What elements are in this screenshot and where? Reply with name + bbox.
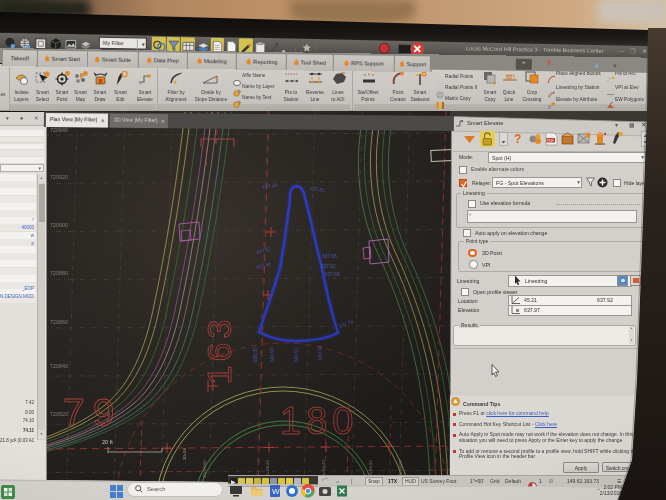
- svg-text:W: W: [272, 487, 280, 496]
